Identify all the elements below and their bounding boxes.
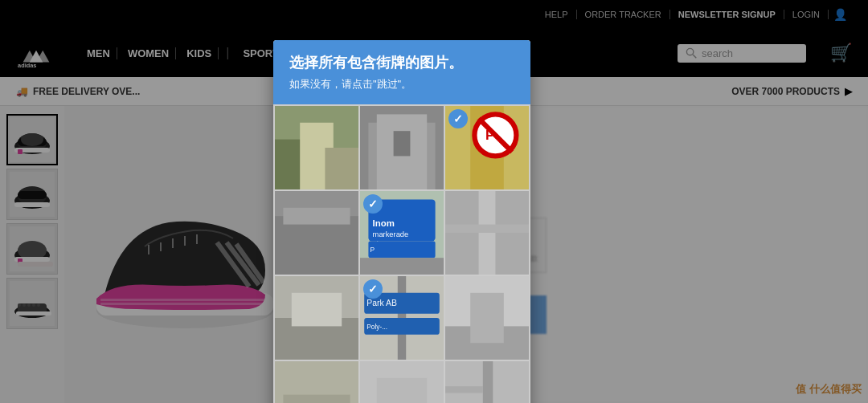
captcha-cell-11[interactable]	[445, 361, 529, 403]
svg-rect-68	[360, 258, 444, 275]
cell-3-img	[275, 191, 358, 275]
captcha-modal-header: 选择所有包含街牌的图片。 如果没有，请点击"跳过"。	[273, 40, 530, 104]
svg-rect-71	[445, 225, 529, 233]
svg-rect-48	[325, 148, 358, 189]
captcha-cell-10[interactable]	[360, 361, 444, 403]
svg-rect-59	[275, 216, 358, 275]
svg-rect-52	[394, 131, 411, 156]
captcha-cell-8[interactable]	[445, 276, 529, 360]
svg-rect-60	[283, 208, 350, 225]
captcha-cell-0[interactable]	[275, 106, 358, 189]
captcha-cell-6[interactable]	[275, 276, 358, 360]
captcha-cell-3[interactable]	[275, 191, 358, 275]
captcha-modal-title: 选择所有包含街牌的图片。	[289, 53, 514, 72]
cell-2-img: P	[445, 106, 529, 189]
svg-text:Inom: Inom	[373, 218, 395, 228]
captcha-modal-subtitle: 如果没有，请点击"跳过"。	[289, 77, 514, 92]
svg-rect-83	[470, 293, 504, 343]
cell-11-img	[445, 361, 529, 403]
captcha-cell-9[interactable]	[275, 361, 358, 403]
svg-rect-74	[292, 293, 342, 327]
cell-0-img	[275, 106, 358, 189]
cell-4-img: Inom markerade platser P	[360, 191, 444, 275]
svg-rect-66	[368, 241, 435, 258]
cell-6-img	[275, 276, 358, 360]
cell-9-img	[275, 361, 358, 403]
captcha-cell-4[interactable]: Inom markerade platser P	[360, 191, 444, 275]
modal-overlay: 选择所有包含街牌的图片。 如果没有，请点击"跳过"。	[0, 0, 868, 403]
svg-rect-89	[377, 378, 427, 403]
captcha-cell-1[interactable]	[360, 106, 444, 189]
svg-text:P: P	[370, 246, 375, 254]
cell-1-img	[360, 106, 444, 189]
svg-rect-86	[283, 395, 350, 403]
captcha-cell-2[interactable]: P	[445, 106, 529, 189]
svg-text:markerade: markerade	[373, 230, 409, 238]
captcha-grid: P Inom markerade platser	[273, 104, 530, 403]
captcha-cell-7[interactable]: Park AB Poly-...	[360, 276, 444, 360]
captcha-cell-5[interactable]	[445, 191, 529, 275]
cell-5-img	[445, 191, 529, 275]
svg-text:Poly-...: Poly-...	[366, 323, 387, 331]
cell-8-img	[445, 276, 529, 360]
svg-text:Park AB: Park AB	[366, 299, 397, 307]
cell-7-img: Park AB Poly-...	[360, 276, 444, 360]
svg-rect-91	[483, 361, 493, 403]
captcha-modal: 选择所有包含街牌的图片。 如果没有，请点击"跳过"。	[273, 40, 530, 403]
svg-text:P: P	[485, 128, 494, 143]
cell-10-img	[360, 361, 444, 403]
svg-rect-92	[445, 386, 483, 393]
